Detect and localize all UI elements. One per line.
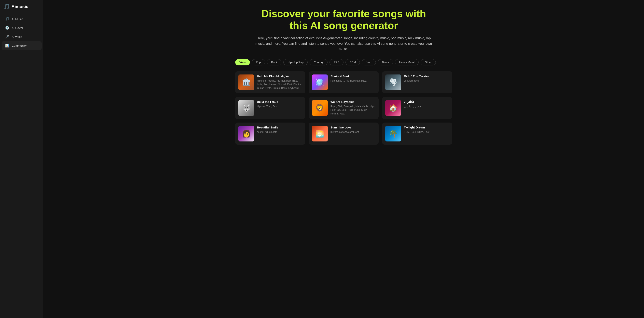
filter-heavy-metal[interactable]: Heavy Metal [395, 59, 418, 65]
ai-cover-icon: 💿 [5, 26, 9, 30]
song-card[interactable]: 🦁 We Are Royalties Pop, , Chill, Energet… [309, 97, 379, 119]
ai-voice-label: AI voice [12, 35, 22, 38]
song-tags: EDM, Soul, Blues, Fast [404, 130, 449, 134]
song-title: Help Me Elon Musk, Yo... [257, 74, 302, 78]
song-title: Shake it Funk [330, 74, 376, 78]
sidebar-item-ai-voice[interactable]: 🎤 AI voice [2, 32, 42, 41]
song-card[interactable]: 🐺 Bella the Fraud Hip-Hop/Rap, Fast [235, 97, 305, 119]
ai-music-label: AI Music [12, 17, 23, 21]
song-title: Ridin' The Twister [404, 74, 449, 78]
filter-view[interactable]: View [235, 59, 250, 65]
song-card[interactable]: 🏠 عائلتي 2 حبسي رومانسي [382, 97, 452, 119]
song-tags: Pop dance , , Hip-Hop/Rap, R&B, [330, 79, 376, 83]
song-tags: southern rock [404, 79, 449, 83]
sidebar-item-ai-music[interactable]: 🎵 AI Music [2, 15, 42, 23]
song-tags: rhythmic afrobeats vibrant [330, 130, 376, 134]
logo-icon: 🎵 [4, 3, 10, 10]
song-title: Sunshine Love [330, 126, 376, 129]
song-tags: حبسي رومانسي [404, 105, 449, 109]
filter-blues[interactable]: Blues [378, 59, 393, 65]
song-title: Twilight Dream [404, 126, 449, 129]
song-thumbnail: 👩 [238, 126, 254, 141]
song-card[interactable]: 🏛️ Help Me Elon Musk, Yo... Hip Hop, Tec… [235, 71, 305, 93]
song-tags: soulful r&b smooth [257, 130, 302, 134]
song-title: عائلتي 2 [404, 100, 449, 104]
song-info: We Are Royalties Pop, , Chill, Energetic… [330, 100, 376, 116]
hero-section: Discover your favorite songs with this A… [255, 8, 432, 52]
filter-rock[interactable]: Rock [267, 59, 282, 65]
song-card[interactable]: 🪩 Shake it Funk Pop dance , , Hip-Hop/Ra… [309, 71, 379, 93]
filter-other[interactable]: Other [420, 59, 436, 65]
song-card[interactable]: 🌪️ Ridin' The Twister southern rock [382, 71, 452, 93]
main-content: Discover your favorite songs with this A… [44, 0, 644, 318]
song-thumbnail: 🌅 [312, 126, 328, 141]
song-grid: 🏛️ Help Me Elon Musk, Yo... Hip Hop, Tec… [235, 71, 452, 145]
song-tags: Pop, , Chill, Energetic, Melancholic, Hi… [330, 105, 376, 116]
sidebar: 🎵 Aimusic 🎵 AI Music 💿 AI Cover 🎤 AI voi… [0, 0, 44, 318]
filter-country[interactable]: Country [310, 59, 328, 65]
song-info: Ridin' The Twister southern rock [404, 74, 449, 83]
sidebar-item-community[interactable]: 📊 Community [2, 41, 42, 50]
filter-rnb[interactable]: R&B [330, 59, 344, 65]
sidebar-item-ai-cover[interactable]: 💿 AI Cover [2, 24, 42, 32]
ai-cover-label: AI Cover [12, 26, 23, 29]
community-icon: 📊 [5, 43, 9, 48]
song-thumbnail: 🦁 [312, 100, 328, 116]
nav-items: 🎵 AI Music 💿 AI Cover 🎤 AI voice 📊 Commu… [0, 14, 43, 50]
song-card[interactable]: 🌴 Twilight Dream EDM, Soul, Blues, Fast [382, 123, 452, 145]
song-title: We Are Royalties [330, 100, 376, 103]
song-title: Beautiful Smile [257, 126, 302, 129]
song-thumbnail: 🏠 [385, 100, 401, 116]
filter-edm[interactable]: EDM [346, 59, 360, 65]
filter-hiphop[interactable]: Hip-Hop/Rap [283, 59, 308, 65]
song-info: Beautiful Smile soulful r&b smooth [257, 126, 302, 134]
filter-jazz[interactable]: Jazz [362, 59, 376, 65]
song-info: عائلتي 2 حبسي رومانسي [404, 100, 449, 109]
filter-pop[interactable]: Pop [252, 59, 265, 65]
song-tags: Hip-Hop/Rap, Fast [257, 105, 302, 108]
song-card[interactable]: 🌅 Sunshine Love rhythmic afrobeats vibra… [309, 123, 379, 145]
ai-voice-icon: 🎤 [5, 35, 9, 39]
song-info: Shake it Funk Pop dance , , Hip-Hop/Rap,… [330, 74, 376, 83]
community-label: Community [12, 44, 26, 47]
filter-bar: ViewPopRockHip-Hop/RapCountryR&BEDMJazzB… [235, 59, 452, 65]
song-thumbnail: 🐺 [238, 100, 254, 116]
song-thumbnail: 🌴 [385, 126, 401, 141]
song-info: Help Me Elon Musk, Yo... Hip Hop, Techno… [257, 74, 302, 90]
song-card[interactable]: 👩 Beautiful Smile soulful r&b smooth [235, 123, 305, 145]
ai-music-icon: 🎵 [5, 17, 9, 21]
song-info: Bella the Fraud Hip-Hop/Rap, Fast [257, 100, 302, 108]
song-tags: Hip Hop, Techno, Hip-Hop/Rap, R&B, Indie… [257, 79, 302, 90]
song-thumbnail: 🌪️ [385, 74, 401, 90]
logo: 🎵 Aimusic [0, 3, 43, 14]
logo-text: Aimusic [12, 4, 28, 9]
song-title: Bella the Fraud [257, 100, 302, 103]
hero-title: Discover your favorite songs with this A… [255, 8, 432, 31]
song-thumbnail: 🪩 [312, 74, 328, 90]
song-info: Sunshine Love rhythmic afrobeats vibrant [330, 126, 376, 134]
hero-description: Here, you'll find a vast collection of e… [255, 35, 432, 52]
song-info: Twilight Dream EDM, Soul, Blues, Fast [404, 126, 449, 134]
song-thumbnail: 🏛️ [238, 74, 254, 90]
